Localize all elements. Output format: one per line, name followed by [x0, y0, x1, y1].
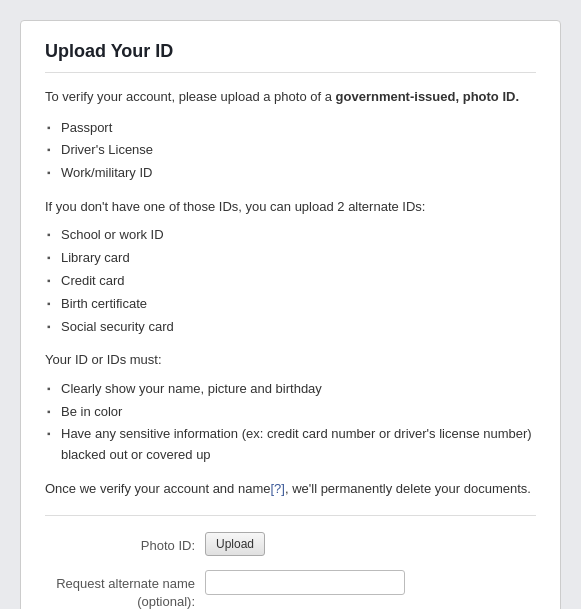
photo-id-row: Photo ID: Upload	[45, 532, 536, 556]
primary-id-list: Passport Driver's License Work/military …	[45, 117, 536, 185]
alternate-name-label: Request alternate name (optional):	[45, 570, 205, 609]
photo-id-label: Photo ID:	[45, 532, 205, 555]
page-title: Upload Your ID	[45, 41, 536, 73]
list-item: Passport	[45, 117, 536, 140]
verify-link[interactable]: [?]	[270, 481, 284, 496]
list-item: Clearly show your name, picture and birt…	[45, 378, 536, 401]
form-section: Photo ID: Upload Request alternate name …	[45, 515, 536, 609]
list-item: Work/military ID	[45, 162, 536, 185]
list-item: Be in color	[45, 401, 536, 424]
intro-paragraph: To verify your account, please upload a …	[45, 87, 536, 107]
once-text-before: Once we verify your account and name	[45, 481, 270, 496]
list-item: Driver's License	[45, 139, 536, 162]
alternate-intro: If you don't have one of those IDs, you …	[45, 197, 536, 217]
intro-text-before: To verify your account, please upload a …	[45, 89, 332, 104]
upload-button[interactable]: Upload	[205, 532, 265, 556]
once-text: Once we verify your account and name[?],…	[45, 479, 536, 499]
requirements-label: Your ID or IDs must:	[45, 350, 536, 370]
list-item: Have any sensitive information (ex: cred…	[45, 423, 536, 467]
list-item: Social security card	[45, 316, 536, 339]
alternate-name-control	[205, 570, 536, 595]
requirements-list: Clearly show your name, picture and birt…	[45, 378, 536, 467]
alternate-id-list: School or work ID Library card Credit ca…	[45, 224, 536, 338]
list-item: Credit card	[45, 270, 536, 293]
intro-bold: government-issued, photo ID.	[336, 89, 519, 104]
list-item: School or work ID	[45, 224, 536, 247]
alternate-name-input[interactable]	[205, 570, 405, 595]
list-item: Library card	[45, 247, 536, 270]
once-text-after: , we'll permanently delete your document…	[285, 481, 531, 496]
photo-id-control: Upload	[205, 532, 536, 556]
upload-id-card: Upload Your ID To verify your account, p…	[20, 20, 561, 609]
list-item: Birth certificate	[45, 293, 536, 316]
alternate-name-row: Request alternate name (optional):	[45, 570, 536, 609]
